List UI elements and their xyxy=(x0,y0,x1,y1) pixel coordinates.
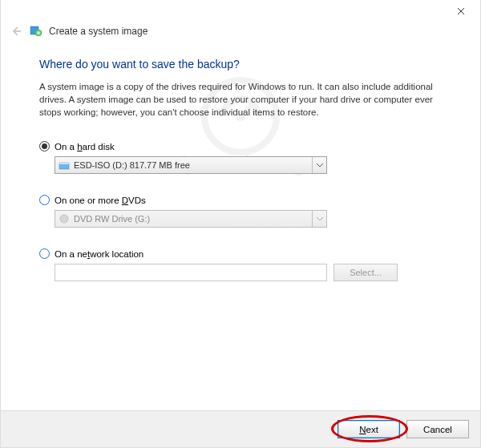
next-button[interactable]: Next xyxy=(338,420,400,438)
page-description: A system image is a copy of the drives r… xyxy=(39,80,453,119)
page-heading: Where do you want to save the backup? xyxy=(39,58,453,71)
close-icon xyxy=(457,7,465,15)
svg-point-9 xyxy=(63,218,66,220)
window-title: Create a system image xyxy=(49,26,148,37)
radio-network-label[interactable]: On a network location xyxy=(55,249,143,259)
arrow-left-icon xyxy=(10,25,22,38)
option-network: On a network location Select... xyxy=(39,248,453,281)
chevron-down-icon xyxy=(312,211,326,227)
footer-bar: Next Cancel xyxy=(1,410,480,447)
back-button[interactable] xyxy=(9,24,23,38)
close-button[interactable] xyxy=(445,2,477,21)
header-row: Create a system image xyxy=(1,22,480,43)
hard-disk-select[interactable]: ESD-ISO (D:) 817.77 MB free xyxy=(55,156,327,174)
option-hard-disk: On a hard disk ESD-ISO (D:) 817.77 MB fr… xyxy=(39,141,453,174)
app-icon xyxy=(30,25,42,38)
radio-dvds-label[interactable]: On one or more DVDs xyxy=(55,196,146,205)
select-network-button: Select... xyxy=(333,264,398,281)
network-path-input xyxy=(55,264,327,281)
content-area: Where do you want to save the backup? A … xyxy=(1,43,480,309)
cancel-button[interactable]: Cancel xyxy=(406,420,469,438)
radio-hard-disk-label[interactable]: On a hard disk xyxy=(55,142,115,151)
radio-dvds[interactable] xyxy=(39,195,50,205)
svg-rect-7 xyxy=(59,163,69,164)
option-dvds: On one or more DVDs DVD RW Drive (G:) xyxy=(39,195,453,228)
radio-hard-disk[interactable] xyxy=(39,141,50,151)
disk-icon xyxy=(59,160,70,170)
hard-disk-select-value: ESD-ISO (D:) 817.77 MB free xyxy=(74,160,190,170)
radio-network[interactable] xyxy=(39,248,50,259)
title-bar xyxy=(1,0,480,22)
dvd-icon xyxy=(59,214,70,224)
dvds-select-value: DVD RW Drive (G:) xyxy=(74,214,150,224)
dvds-select: DVD RW Drive (G:) xyxy=(55,210,327,228)
chevron-down-icon xyxy=(312,157,326,173)
